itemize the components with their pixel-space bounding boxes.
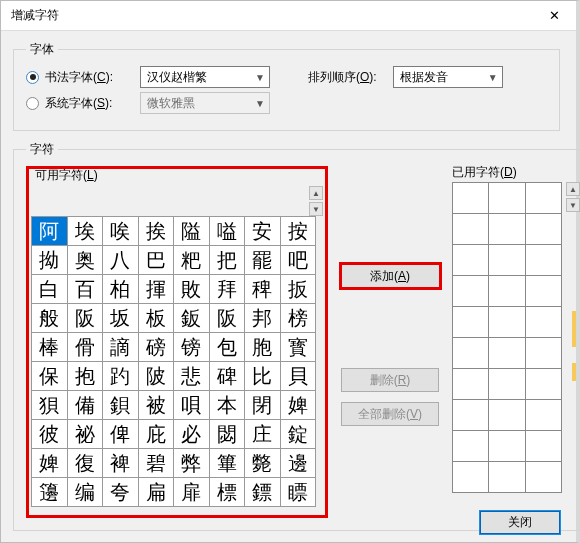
char-cell[interactable]: 阿 (32, 217, 68, 246)
used-cell[interactable] (489, 307, 525, 338)
char-cell[interactable]: 庄 (245, 420, 281, 449)
char-cell[interactable]: 傦 (67, 333, 103, 362)
char-cell[interactable]: 鏢 (245, 478, 281, 507)
char-cell[interactable]: 瞟 (280, 478, 316, 507)
used-cell[interactable] (489, 431, 525, 462)
char-cell[interactable]: 碑 (209, 362, 245, 391)
char-cell[interactable]: 鋇 (103, 391, 139, 420)
used-cell[interactable] (525, 245, 561, 276)
char-cell[interactable]: 榜 (280, 304, 316, 333)
used-scrollbar[interactable]: ▲ ▼ (566, 182, 580, 212)
char-cell[interactable]: 夸 (103, 478, 139, 507)
char-cell[interactable]: 编 (67, 478, 103, 507)
used-cell[interactable] (453, 307, 489, 338)
char-cell[interactable]: 把 (209, 246, 245, 275)
calligraphy-font-combo[interactable]: 汉仪赵楷繁 ▼ (140, 66, 270, 88)
char-cell[interactable]: 俾 (103, 420, 139, 449)
char-cell[interactable]: 磅 (138, 333, 174, 362)
calligraphy-radio[interactable]: 书法字体(C): (26, 69, 130, 86)
used-cell[interactable] (489, 400, 525, 431)
char-cell[interactable]: 復 (67, 449, 103, 478)
used-cell[interactable] (525, 400, 561, 431)
char-cell[interactable]: 彼 (32, 420, 68, 449)
add-button[interactable]: 添加(A) (339, 262, 442, 290)
used-cell[interactable] (489, 369, 525, 400)
char-cell[interactable]: 揮 (138, 275, 174, 304)
char-cell[interactable]: 扁 (138, 478, 174, 507)
char-cell[interactable]: 白 (32, 275, 68, 304)
char-cell[interactable]: 吧 (280, 246, 316, 275)
used-cell[interactable] (525, 462, 561, 493)
char-cell[interactable]: 百 (67, 275, 103, 304)
char-cell[interactable]: 貝 (280, 362, 316, 391)
char-cell[interactable]: 扉 (174, 478, 210, 507)
char-cell[interactable]: 阪 (209, 304, 245, 333)
char-cell[interactable]: 斃 (245, 449, 281, 478)
used-cell[interactable] (453, 183, 489, 214)
char-cell[interactable]: 邦 (245, 304, 281, 333)
char-cell[interactable]: 八 (103, 246, 139, 275)
used-cell[interactable] (525, 307, 561, 338)
used-cell[interactable] (453, 276, 489, 307)
char-cell[interactable]: 趵 (103, 362, 139, 391)
used-cell[interactable] (525, 338, 561, 369)
used-chars-grid[interactable] (452, 182, 562, 493)
used-cell[interactable] (453, 369, 489, 400)
scroll-down-icon[interactable]: ▼ (309, 202, 323, 216)
sort-order-combo[interactable]: 根据发音 ▼ (393, 66, 503, 88)
char-cell[interactable]: 寳 (280, 333, 316, 362)
char-cell[interactable]: 悲 (174, 362, 210, 391)
used-cell[interactable] (453, 431, 489, 462)
used-cell[interactable] (489, 245, 525, 276)
used-cell[interactable] (453, 338, 489, 369)
used-cell[interactable] (525, 214, 561, 245)
char-cell[interactable]: 弊 (174, 449, 210, 478)
close-button[interactable]: 关闭 (480, 511, 560, 534)
char-cell[interactable]: 陂 (138, 362, 174, 391)
char-cell[interactable]: 柏 (103, 275, 139, 304)
char-cell[interactable]: 婢 (32, 449, 68, 478)
char-cell[interactable]: 比 (245, 362, 281, 391)
char-cell[interactable]: 錠 (280, 420, 316, 449)
char-cell[interactable]: 罷 (245, 246, 281, 275)
char-cell[interactable]: 隘 (174, 217, 210, 246)
char-cell[interactable]: 胞 (245, 333, 281, 362)
used-cell[interactable] (489, 462, 525, 493)
char-cell[interactable]: 閟 (209, 420, 245, 449)
scroll-up-icon[interactable]: ▲ (309, 186, 323, 200)
char-cell[interactable]: 挨 (138, 217, 174, 246)
char-cell[interactable]: 篳 (209, 449, 245, 478)
used-cell[interactable] (489, 276, 525, 307)
char-cell[interactable]: 拜 (209, 275, 245, 304)
used-cell[interactable] (453, 214, 489, 245)
char-cell[interactable]: 庇 (138, 420, 174, 449)
char-cell[interactable]: 棒 (32, 333, 68, 362)
char-cell[interactable]: 嗌 (209, 217, 245, 246)
char-cell[interactable]: 阪 (67, 304, 103, 333)
char-cell[interactable]: 被 (138, 391, 174, 420)
used-cell[interactable] (489, 183, 525, 214)
char-cell[interactable]: 板 (138, 304, 174, 333)
char-cell[interactable]: 抱 (67, 362, 103, 391)
available-chars-grid[interactable]: 阿埃唉挨隘嗌安按拗奥八巴粑把罷吧白百柏揮敗拜稗扳般阪坂板鈑阪邦榜棒傦謫磅镑包胞寳… (31, 216, 316, 507)
char-cell[interactable]: 鈑 (174, 304, 210, 333)
used-cell[interactable] (525, 276, 561, 307)
char-cell[interactable]: 邊 (280, 449, 316, 478)
char-cell[interactable]: 裨 (103, 449, 139, 478)
char-cell[interactable]: 粑 (174, 246, 210, 275)
available-scrollbar[interactable]: ▲ ▼ (309, 185, 323, 216)
char-cell[interactable]: 按 (280, 217, 316, 246)
scroll-up-icon[interactable]: ▲ (566, 182, 580, 196)
char-cell[interactable]: 本 (209, 391, 245, 420)
char-cell[interactable]: 保 (32, 362, 68, 391)
system-font-radio[interactable]: 系统字体(S): (26, 95, 130, 112)
char-cell[interactable]: 安 (245, 217, 281, 246)
char-cell[interactable]: 籩 (32, 478, 68, 507)
char-cell[interactable]: 坂 (103, 304, 139, 333)
used-cell[interactable] (453, 245, 489, 276)
char-cell[interactable]: 狽 (32, 391, 68, 420)
char-cell[interactable]: 婢 (280, 391, 316, 420)
char-cell[interactable]: 稗 (245, 275, 281, 304)
used-cell[interactable] (489, 214, 525, 245)
char-cell[interactable]: 唉 (103, 217, 139, 246)
